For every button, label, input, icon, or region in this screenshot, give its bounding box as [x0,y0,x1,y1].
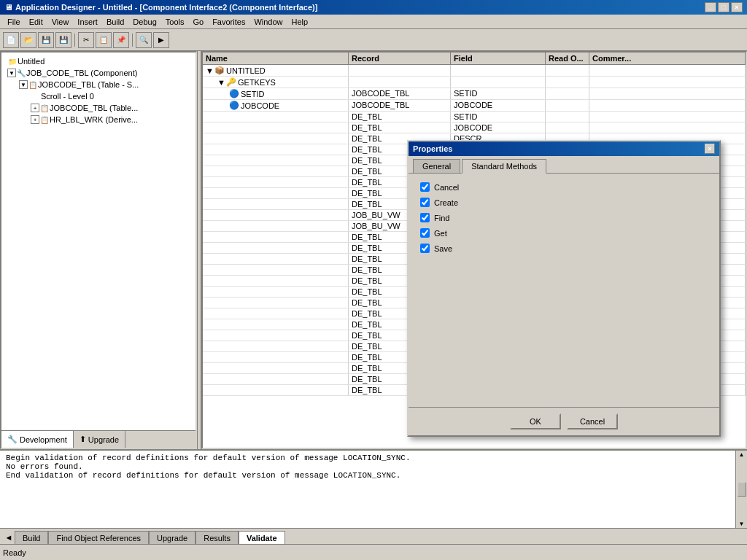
tree-item-untitled[interactable]: 📁 Untitled [4,55,193,67]
title-bar-left: 🖥 Application Designer - Untitled - [Com… [4,3,317,12]
window-title: Application Designer - Untitled - [Compo… [15,3,317,12]
new-button[interactable]: 📄 [3,32,19,48]
ok-button[interactable]: OK [510,413,561,429]
expand-icon-2[interactable]: ▼ [19,80,28,89]
open-button[interactable]: 📂 [20,32,36,48]
checkbox-find[interactable] [420,213,430,222]
menu-window[interactable]: Window [249,16,287,28]
paste-button[interactable]: 📌 [113,32,129,48]
table-icon-3: 📋 [39,114,50,125]
scrollbar-thumb[interactable] [738,482,746,497]
output-line-1: Begin validation of record definitions f… [6,454,729,462]
table-icon: 📋 [28,79,38,90]
checkbox-row-cancel: Cancel [420,182,708,192]
bottom-tab-find-object-label: Find Object References [56,534,141,542]
minimize-button[interactable]: _ [705,2,716,12]
bottom-tab-results[interactable]: Results [196,531,239,544]
modal-tab-standard-methods[interactable]: Standard Methods [462,159,546,174]
save-button[interactable]: 💾 [38,32,54,48]
tree-item-jobcode-component[interactable]: ▼ 🔧 JOB_CODE_TBL (Component) [4,67,193,79]
tab-development[interactable]: 🔧 Development [1,431,74,448]
bottom-tab-build[interactable]: Build [15,531,48,544]
tree-item-scroll[interactable]: Scroll - Level 0 [4,90,193,102]
label-create: Create [434,198,458,207]
panel-tabs: 🔧 Development ⬆ Upgrade [1,430,196,448]
dev-icon: 🔧 [7,435,18,444]
modal-title-text: Properties [413,144,452,153]
output-content: Begin validation of record definitions f… [0,451,735,528]
title-bar-controls[interactable]: _ □ × [705,2,743,12]
checkbox-row-get: Get [420,228,708,238]
bottom-tab-validate-label: Validate [247,534,277,542]
tab-scroll-left[interactable]: ◄ [3,531,15,544]
right-panel: Name Record Field Read O... Commer... ▼ … [201,51,747,449]
menu-insert[interactable]: Insert [73,16,102,28]
status-text: Ready [3,548,26,557]
copy-button[interactable]: 📋 [96,32,112,48]
restore-button[interactable]: □ [718,2,729,12]
expand-icon-1[interactable]: ▼ [7,69,16,77]
scrollbar-down-arrow[interactable]: ▼ [739,521,745,527]
modal-title-bar: Properties × [409,141,719,156]
label-save: Save [434,244,452,253]
bottom-tab-validate[interactable]: Validate [239,531,285,544]
menu-file[interactable]: File [3,16,25,28]
checkbox-get[interactable] [420,228,430,238]
tree-item-jobcode-tbl2[interactable]: + 📋 JOBCODE_TBL (Table... [4,102,193,114]
tree-label-jobcode-component: JOB_CODE_TBL (Component) [26,69,137,77]
modal-footer: OK Cancel [409,407,719,435]
label-cancel: Cancel [434,183,459,192]
save-all-button[interactable]: 💾 [55,32,71,48]
tree-label-jobcode-tbl2: JOBCODE_TBL (Table... [50,104,138,112]
bottom-tab-upgrade[interactable]: Upgrade [149,531,196,544]
cut-button[interactable]: ✂ [78,32,94,48]
bottom-tab-upgrade-label: Upgrade [157,534,187,542]
modal-overlay: Properties × General Standard Methods Ca… [203,52,746,448]
scrollbar-up-arrow[interactable]: ▲ [739,451,745,458]
tree-label-untitled: Untitled [18,57,44,66]
output-line-2: No errors found. [6,462,729,471]
properties-modal: Properties × General Standard Methods Ca… [407,140,721,437]
folder-icon: 📁 [7,56,18,66]
menu-tools[interactable]: Tools [161,16,189,28]
menu-debug[interactable]: Debug [128,16,160,28]
close-button[interactable]: × [731,2,743,12]
menu-edit[interactable]: Edit [25,16,47,28]
modal-tab-standard-methods-label: Standard Methods [471,162,537,171]
label-find: Find [434,214,449,222]
checkbox-save[interactable] [420,244,430,253]
left-panel: 📁 Untitled ▼ 🔧 JOB_CODE_TBL (Component) … [0,51,197,449]
expand-icon-4[interactable]: + [31,115,39,124]
tab-development-label: Development [20,435,67,444]
main-area: 📁 Untitled ▼ 🔧 JOB_CODE_TBL (Component) … [0,51,747,449]
expand-icon-3[interactable]: + [31,104,39,112]
checkbox-cancel[interactable] [420,182,430,192]
bottom-panel: Begin validation of record definitions f… [0,449,747,544]
bottom-tab-find-object[interactable]: Find Object References [48,531,149,544]
menu-build[interactable]: Build [102,16,128,28]
table-icon-2: 📋 [39,103,50,113]
modal-tab-general-label: General [422,162,451,171]
tree-item-hr-lbl[interactable]: + 📋 HR_LBL_WRK (Derive... [4,114,193,125]
component-icon: 🔧 [16,68,26,78]
find-button[interactable]: 🔍 [136,32,152,48]
menu-go[interactable]: Go [188,16,208,28]
menu-help[interactable]: Help [287,16,313,28]
toolbar-sep-1 [74,34,75,47]
checkbox-create[interactable] [420,198,430,207]
menu-favorites[interactable]: Favorites [208,16,249,28]
modal-close-button[interactable]: × [705,144,715,154]
cancel-button[interactable]: Cancel [567,413,618,429]
tab-upgrade[interactable]: ⬆ Upgrade [74,431,125,448]
tree-item-jobcode-table[interactable]: ▼ 📋 JOBCODE_TBL (Table - S... [4,79,193,90]
title-bar: 🖥 Application Designer - Untitled - [Com… [0,0,747,15]
toolbar-sep-2 [132,34,133,47]
menu-view[interactable]: View [47,16,74,28]
tree-label-scroll: Scroll - Level 0 [41,92,94,101]
run-button[interactable]: ▶ [153,32,169,48]
scroll-icon [31,91,41,101]
bottom-tab-build-label: Build [23,534,40,542]
modal-tab-general[interactable]: General [413,159,460,173]
output-line-3: End validation of record definitions for… [6,471,729,480]
checkbox-row-find: Find [420,213,708,222]
